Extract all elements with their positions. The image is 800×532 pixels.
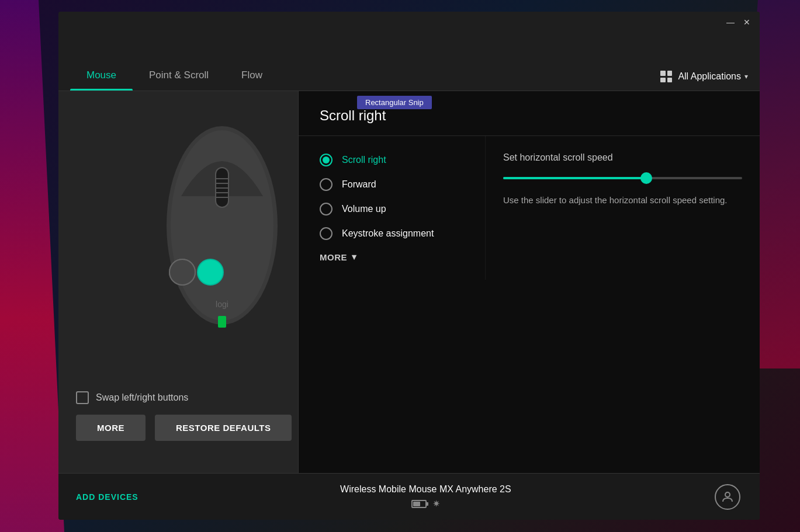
more-chevron-icon: ▾ (352, 252, 357, 262)
tab-point-scroll[interactable]: Point & Scroll (133, 60, 225, 91)
tab-mouse[interactable]: Mouse (70, 60, 133, 91)
radio-volume-up (320, 203, 333, 215)
swap-label: Swap left/right buttons (96, 392, 188, 403)
radio-keystroke (320, 227, 333, 240)
all-apps-dropdown[interactable]: All Applications ▾ (678, 71, 748, 82)
footer: ADD DEVICES Wireless Mobile Mouse MX Any… (58, 473, 760, 520)
chevron-down-icon: ▾ (744, 72, 748, 81)
more-button[interactable]: MORE (76, 415, 146, 441)
apps-grid-icon (660, 71, 672, 82)
radio-inner-scroll-right (323, 157, 330, 164)
profile-icon[interactable] (715, 484, 740, 510)
speed-label: Set horizontal scroll speed (503, 152, 742, 163)
nav-right: All Applications ▾ (660, 71, 748, 91)
option-keystroke[interactable]: Keystroke assignment (320, 221, 464, 246)
option-label-forward: Forward (342, 179, 376, 190)
popup-title: Scroll right (320, 107, 739, 124)
battery-icon (411, 500, 427, 508)
radio-scroll-right (320, 154, 333, 166)
popup-overlay: Rectangular Snip Scroll right Scroll rig… (298, 91, 760, 473)
grid-cell-1 (660, 71, 666, 76)
popup-body: Scroll right Forward Volume up (299, 136, 760, 280)
close-button[interactable]: ✕ (739, 14, 755, 30)
svg-rect-12 (218, 316, 226, 328)
svg-point-1 (171, 130, 273, 321)
more-options-button[interactable]: MORE ▾ (320, 246, 464, 268)
all-apps-label: All Applications (678, 71, 741, 82)
options-list: Scroll right Forward Volume up (299, 136, 486, 280)
option-label-scroll-right: Scroll right (342, 155, 386, 165)
mouse-left: logi (152, 109, 292, 345)
main-window: — ✕ Mouse Point & Scroll Flow All Applic… (58, 12, 760, 520)
bluetooth-icon: ✷ (432, 498, 440, 509)
svg-point-11 (169, 259, 195, 285)
mouse-left-svg: logi (152, 109, 292, 342)
more-options-label: MORE (320, 252, 347, 262)
footer-center: Wireless Mobile Mouse MX Anywhere 2S ✷ (138, 484, 713, 509)
option-forward[interactable]: Forward (320, 172, 464, 197)
main-content: logi (58, 91, 760, 473)
svg-point-10 (198, 259, 223, 285)
nav-bar: Mouse Point & Scroll Flow All Applicatio… (58, 33, 760, 91)
option-volume-up[interactable]: Volume up (320, 197, 464, 221)
option-label-keystroke: Keystroke assignment (342, 228, 434, 239)
battery-level (413, 502, 420, 506)
footer-right (713, 484, 742, 510)
swap-checkbox[interactable] (76, 391, 89, 404)
svg-point-20 (725, 492, 730, 497)
battery-body (411, 500, 427, 508)
svg-text:logi: logi (216, 300, 228, 309)
slider-thumb[interactable] (640, 172, 652, 184)
device-name: Wireless Mobile Mouse MX Anywhere 2S (340, 484, 511, 495)
speed-description: Use the slider to adjust the horizontal … (503, 193, 742, 207)
titlebar: — ✕ (58, 12, 760, 33)
restore-defaults-button[interactable]: RESTORE DEFAULTS (155, 415, 292, 441)
slider-container (503, 177, 742, 179)
slider-track[interactable] (503, 177, 742, 179)
popup-right: Set horizontal scroll speed Use the slid… (486, 136, 760, 280)
slider-fill (503, 177, 646, 179)
option-label-volume-up: Volume up (342, 204, 386, 214)
option-scroll-right[interactable]: Scroll right (320, 148, 464, 172)
popup-header: Scroll right (299, 91, 760, 136)
tab-flow[interactable]: Flow (225, 60, 279, 91)
grid-cell-4 (667, 78, 673, 83)
grid-cell-2 (667, 71, 673, 76)
profile-svg (721, 490, 735, 504)
minimize-button[interactable]: — (722, 14, 739, 30)
add-devices-button[interactable]: ADD DEVICES (76, 492, 138, 502)
radio-forward (320, 178, 333, 191)
device-icons: ✷ (411, 498, 440, 509)
grid-cell-3 (660, 78, 666, 83)
